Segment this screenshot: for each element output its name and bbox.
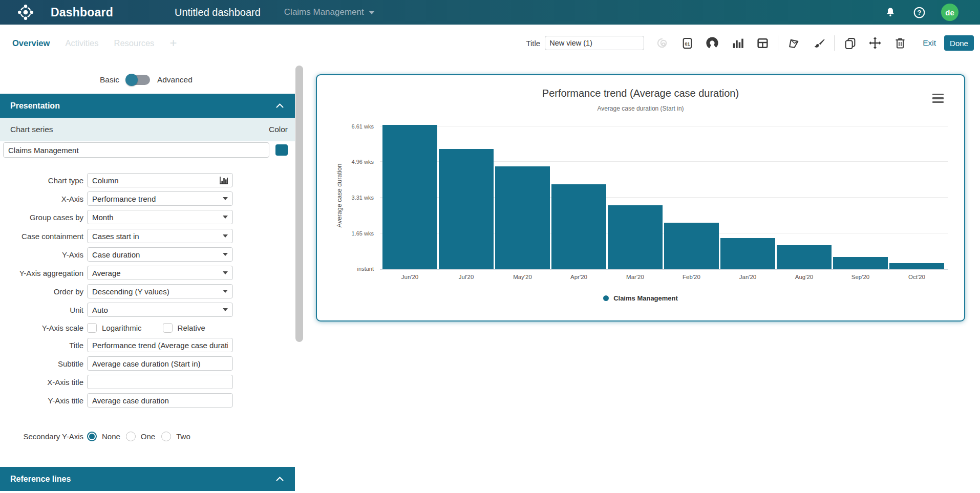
tab-overview[interactable]: Overview bbox=[12, 38, 50, 48]
x-axis-title-input[interactable] bbox=[87, 375, 233, 389]
chevron-down-icon bbox=[369, 11, 375, 14]
bar-mar20[interactable] bbox=[608, 205, 663, 269]
order-by-select[interactable]: Descending (Y values) bbox=[87, 284, 233, 298]
app-root: Dashboard Untitled dashboard Claims Mana… bbox=[0, 0, 980, 493]
bar-sep20[interactable] bbox=[833, 257, 888, 269]
chevron-down-icon bbox=[223, 308, 228, 311]
done-button[interactable]: Done bbox=[944, 35, 974, 51]
x-axis-label: X-Axis bbox=[0, 191, 83, 207]
chart-series-label: Chart series bbox=[10, 125, 53, 134]
secondary-none-label: None bbox=[102, 432, 120, 441]
user-avatar[interactable]: de bbox=[941, 4, 958, 21]
notifications-button[interactable] bbox=[884, 6, 897, 19]
color-label: Color bbox=[269, 125, 288, 134]
add-tab-button[interactable]: + bbox=[169, 37, 177, 49]
x-axis-select[interactable]: Performance trend bbox=[87, 191, 233, 206]
copy-button[interactable] bbox=[843, 36, 857, 50]
y-tick-label: instant bbox=[357, 266, 374, 272]
tab-activities[interactable]: Activities bbox=[65, 38, 98, 48]
x-tick-label: Jul'20 bbox=[439, 274, 494, 280]
secondary-one-radio[interactable] bbox=[126, 432, 136, 441]
svg-text:01: 01 bbox=[685, 41, 690, 46]
toolbar-actions: Title 01 bbox=[526, 25, 974, 61]
legend-dot bbox=[603, 295, 609, 301]
bar-jan20[interactable] bbox=[720, 238, 775, 269]
secondary-two-radio[interactable] bbox=[161, 432, 171, 441]
secondary-one-label: One bbox=[141, 432, 155, 441]
chart-widget[interactable]: Performance trend (Average case duration… bbox=[316, 74, 965, 321]
basic-advanced-toggle[interactable] bbox=[126, 75, 150, 85]
dashboard-name[interactable]: Untitled dashboard bbox=[175, 7, 261, 18]
chart-legend[interactable]: Claims Management bbox=[317, 294, 964, 302]
bar-chart-button[interactable] bbox=[730, 36, 744, 50]
unit-select[interactable]: Auto bbox=[87, 303, 233, 317]
subtitle-input[interactable] bbox=[87, 356, 233, 371]
y-axis-aggregation-select[interactable]: Average bbox=[87, 266, 233, 280]
series-name-input[interactable] bbox=[3, 142, 269, 158]
case-containment-row: Case containment Cases start in bbox=[0, 229, 295, 244]
x-tick-label: Aug'20 bbox=[777, 274, 832, 280]
bar-oct20[interactable] bbox=[889, 263, 944, 269]
x-tick-label: Apr'20 bbox=[551, 274, 606, 280]
log-selector-dropdown[interactable]: Claims Management bbox=[284, 7, 375, 17]
order-by-value: Descending (Y values) bbox=[92, 287, 220, 296]
flip-button[interactable] bbox=[786, 36, 801, 50]
logarithmic-checkbox[interactable] bbox=[87, 323, 97, 333]
logarithmic-label: Logarithmic bbox=[102, 324, 142, 332]
chevron-down-icon bbox=[223, 234, 228, 238]
move-button[interactable] bbox=[868, 36, 882, 50]
delete-button[interactable] bbox=[893, 36, 907, 50]
chevron-down-icon bbox=[223, 271, 228, 274]
y-axis-aggregation-label: Y-Axis aggregation bbox=[0, 266, 83, 281]
y-axis-value: Case duration bbox=[92, 250, 220, 259]
case-containment-select[interactable]: Cases start in bbox=[87, 229, 233, 243]
group-cases-select[interactable]: Month bbox=[87, 210, 233, 224]
tab-resources[interactable]: Resources bbox=[114, 38, 155, 48]
table-button[interactable] bbox=[755, 36, 770, 50]
bar-jun20[interactable] bbox=[382, 125, 437, 269]
view-title-input[interactable] bbox=[545, 36, 644, 50]
app-logo-icon bbox=[17, 4, 34, 21]
mode-toggle-row: Basic Advanced bbox=[100, 75, 193, 85]
title-input[interactable] bbox=[87, 338, 233, 352]
single-value-chart-icon: 01 bbox=[681, 37, 694, 50]
gauge-chart-icon bbox=[706, 36, 719, 50]
exit-link[interactable]: Exit bbox=[923, 38, 936, 48]
secondary-y-axis-label: Secondary Y-Axis bbox=[0, 431, 83, 442]
relative-checkbox[interactable] bbox=[163, 323, 173, 333]
bar-may20[interactable] bbox=[495, 166, 550, 269]
bar-jul20[interactable] bbox=[439, 149, 494, 269]
view-toolbar: Overview Activities Resources + Title 01 bbox=[0, 25, 980, 62]
single-value-chart-button[interactable]: 01 bbox=[680, 36, 694, 50]
series-color-swatch[interactable] bbox=[275, 144, 288, 156]
help-button[interactable]: ? bbox=[912, 6, 926, 19]
flip-icon bbox=[787, 37, 800, 50]
secondary-y-axis-row: Secondary Y-Axis None One Two bbox=[0, 431, 295, 442]
x-tick-label: Jan'20 bbox=[720, 274, 775, 280]
secondary-two-label: Two bbox=[176, 432, 190, 441]
presentation-section-header[interactable]: Presentation bbox=[0, 94, 295, 118]
presentation-title: Presentation bbox=[10, 101, 60, 111]
sidebar-scrollbar[interactable] bbox=[295, 66, 303, 342]
y-axis-select[interactable]: Case duration bbox=[87, 247, 233, 262]
table-icon bbox=[756, 37, 769, 50]
chart-type-picker[interactable]: Column bbox=[87, 173, 233, 187]
unit-value: Auto bbox=[92, 306, 220, 314]
y-axis-title-input[interactable] bbox=[87, 393, 233, 408]
chart-type-row: Chart type Column bbox=[0, 173, 295, 188]
bar-aug20[interactable] bbox=[777, 245, 832, 269]
chart-menu-button[interactable] bbox=[932, 94, 944, 103]
group-cases-value: Month bbox=[92, 213, 220, 222]
bar-apr20[interactable] bbox=[551, 184, 606, 269]
case-containment-value: Cases start in bbox=[92, 232, 220, 241]
y-axis-aggregation-row: Y-Axis aggregation Average bbox=[0, 266, 295, 281]
reference-lines-section-header[interactable]: Reference lines bbox=[0, 467, 295, 491]
bar-feb20[interactable] bbox=[664, 223, 719, 269]
brush-button[interactable] bbox=[812, 36, 826, 50]
group-cases-label: Group cases by bbox=[0, 210, 83, 225]
unit-label: Unit bbox=[0, 303, 83, 318]
secondary-none-radio[interactable] bbox=[87, 432, 97, 441]
reference-lines-title: Reference lines bbox=[10, 475, 71, 484]
header-actions: ? de bbox=[884, 4, 958, 21]
gauge-chart-button[interactable] bbox=[705, 36, 719, 50]
